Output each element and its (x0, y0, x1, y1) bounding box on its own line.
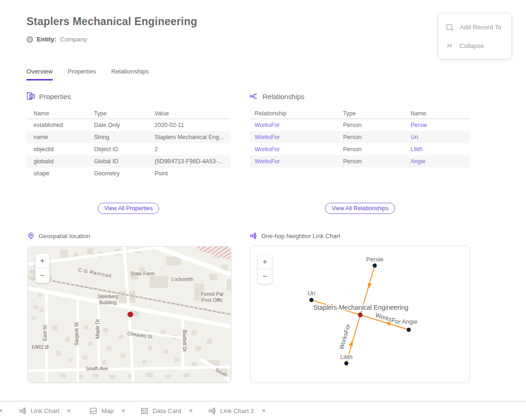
bottom-tab-label: Link Chart (31, 407, 60, 414)
zoom-out-button[interactable]: − (258, 269, 272, 284)
node-persie[interactable] (373, 264, 377, 268)
link-chart-icon (208, 407, 216, 415)
node-lilith[interactable] (344, 361, 349, 366)
table-row: globalid Global ID {5D9B4713-F98D-4A53-.… (27, 155, 230, 167)
map-label: Post Offic (202, 297, 223, 303)
view-all-relationships-button[interactable]: View All Relationships (325, 203, 395, 214)
entity-link[interactable]: Lilith (411, 146, 470, 153)
geospatial-section-header: Geospatial location (27, 232, 90, 240)
relationship-link[interactable]: WorksFor (255, 122, 343, 128)
cell-type: String (94, 134, 155, 140)
linkchart-section-title: One-hop Neighbor Link Chart (261, 233, 340, 240)
close-icon[interactable]: ✕ (121, 408, 125, 414)
cell-type: Object ID (94, 146, 155, 153)
cell-type: Geometry (94, 170, 155, 177)
tab-properties[interactable]: Properties (67, 68, 96, 80)
map-zoom-control: + − (35, 253, 49, 283)
node-label: Persie (366, 256, 384, 263)
map-label: Maple Dr (94, 319, 100, 339)
zoom-in-button[interactable]: + (35, 253, 49, 268)
entity-link[interactable]: Angie (411, 158, 470, 165)
entity-link[interactable]: Persie (411, 122, 470, 128)
node-label: Angie (402, 318, 417, 325)
bottom-tab-link-chart[interactable]: Link Chart ✕ (19, 401, 71, 420)
bottom-tab-link-chart-2[interactable]: Link Chart 2 ✕ (208, 401, 266, 420)
close-icon[interactable]: ✕ (262, 408, 266, 414)
map-pin-icon (27, 232, 34, 240)
entity-row: Entity: Company (27, 36, 87, 43)
table-row: WorksFor Person Persie (250, 119, 470, 131)
col-header: Type (343, 110, 411, 117)
properties-table: Name Type Value established Date Only 20… (27, 108, 230, 180)
tab-bar: Overview Properties Relationships (27, 68, 149, 80)
node-center-company[interactable] (358, 313, 363, 317)
col-header: Relationship (255, 110, 343, 117)
relationship-link[interactable]: WorksFor (255, 134, 343, 140)
properties-table-header: Name Type Value (27, 108, 230, 119)
table-row: WorksFor Person Angie (250, 155, 470, 167)
map-canvas[interactable]: rbour opaedics C G Railroad State Farm L… (28, 247, 231, 382)
relationship-link[interactable]: WorksFor (255, 158, 343, 165)
relationship-link[interactable]: WorksFor (255, 146, 343, 153)
bottom-tab-map[interactable]: Map ✕ (89, 401, 125, 420)
node-uri[interactable] (310, 298, 314, 302)
zoom-out-button[interactable]: − (35, 268, 49, 283)
bottom-tab-data-card[interactable]: Data Card ✕ (141, 401, 193, 420)
map-label: South Ave (86, 366, 108, 371)
double-chevron-right-icon (446, 42, 453, 49)
cell-type: Person (343, 158, 411, 165)
data-card-icon (141, 407, 148, 415)
relationships-graph-icon (250, 92, 258, 100)
cell-type: Person (343, 134, 411, 140)
relationships-section-title: Relationships (263, 93, 304, 100)
map-icon (89, 407, 97, 415)
col-header: Value (155, 110, 230, 117)
tab-relationships[interactable]: Relationships (111, 68, 149, 80)
bottom-tab-label: Link Chart 2 (220, 407, 254, 414)
menu-item-add-record-to[interactable]: Add Record To (438, 18, 511, 36)
close-icon[interactable]: ✕ (67, 408, 71, 414)
bottom-tab-bar: ✕ Link Chart ✕ Map ✕ (0, 401, 526, 420)
cell-type: Global ID (94, 158, 155, 165)
menu-item-collapse[interactable]: Collapse (438, 36, 511, 55)
map-label: Sargent St (74, 322, 79, 346)
data-card-page: Staplers Mechanical Engineering Entity: … (0, 0, 526, 420)
close-icon[interactable]: ✕ (0, 401, 3, 420)
tab-overview[interactable]: Overview (27, 68, 53, 80)
center-node-label: Staplers Mechanical Engineering (313, 304, 409, 311)
entity-type-icon (27, 36, 33, 43)
cell-name: objectid (34, 146, 94, 153)
properties-section-header: Properties (27, 92, 71, 100)
node-label: Uri (308, 290, 316, 297)
menu-item-label: Add Record To (460, 24, 501, 31)
node-label: Lilith (340, 353, 353, 360)
node-angie[interactable] (407, 328, 411, 332)
cell-name: established (34, 122, 94, 128)
context-menu: Add Record To Collapse (438, 14, 511, 59)
cell-name: shape (34, 170, 94, 177)
entity-link[interactable]: Uri (411, 134, 470, 140)
map-label: State Farm (130, 271, 155, 276)
view-all-properties-button[interactable]: View All Properties (98, 203, 159, 214)
entity-label: Entity: (37, 36, 56, 43)
linkchart-section-header: One-hop Neighbor Link Chart (250, 232, 340, 240)
table-row: name String Staplers Mechanical Eng... (27, 131, 230, 143)
link-chart-canvas[interactable]: WorksFor WorksFor Persie Uri Angie Lilit… (250, 246, 470, 383)
col-header: Name (411, 110, 470, 117)
cell-name: globalid (34, 158, 94, 165)
col-header: Type (94, 110, 155, 117)
page-title: Staplers Mechanical Engineering (27, 15, 197, 28)
zoom-in-button[interactable]: + (258, 254, 272, 269)
geospatial-section-title: Geospatial location (39, 233, 90, 240)
cell-type: Date Only (94, 122, 155, 128)
map-label: Locksmith (171, 276, 193, 282)
table-row: WorksFor Person Uri (250, 131, 470, 143)
cell-value: Point (155, 170, 230, 177)
col-header: Name (34, 110, 94, 117)
cell-value: Staplers Mechanical Eng... (155, 134, 230, 140)
cell-value: 2 (155, 146, 230, 153)
cell-value: 2020-02-11 (155, 122, 230, 128)
link-chart-image: WorksFor WorksFor Persie Uri Angie Lilit… (250, 246, 470, 382)
cell-name: name (34, 134, 94, 140)
close-icon[interactable]: ✕ (189, 408, 193, 414)
